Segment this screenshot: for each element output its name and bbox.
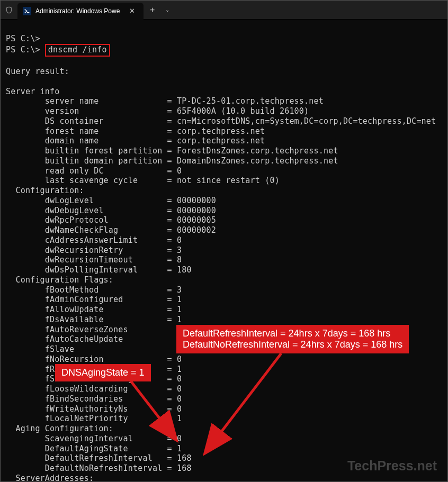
cf-fBootMethod: fBootMethod = 3 xyxy=(6,285,182,295)
cfg-dwLogLevel: dwLogLevel = 00000000 xyxy=(6,196,216,205)
ag-ScavengingInterval: ScavengingInterval = 0 xyxy=(6,434,182,443)
config-flags-header: Configuration Flags: xyxy=(6,275,113,285)
tab-title: Administrator: Windows Powe xyxy=(35,7,126,15)
cf-fLocalNetPriority: fLocalNetPriority = 1 xyxy=(6,414,182,423)
tab-dropdown-button[interactable]: ⌄ xyxy=(161,7,174,13)
si-version: version = 65F4000A (10.0 build 26100) xyxy=(6,106,309,116)
ag-DefaultAgingState: DefaultAgingState = 1 xyxy=(6,444,182,453)
close-tab-button[interactable]: ✕ xyxy=(126,6,138,16)
server-info-header: Server info xyxy=(6,87,60,96)
command-text: dnscmd /info xyxy=(48,45,107,54)
cf-fNoRecursion: fNoRecursion = 0 xyxy=(6,354,182,364)
cfg-dwRpcProtocol: dwRpcProtocol = 00000005 xyxy=(6,215,216,225)
cfg-dwDebugLevel: dwDebugLevel = 00000000 xyxy=(6,206,216,215)
si-domain-name: domain name = corp.techpress.net xyxy=(6,136,265,145)
prompt-line-2: PS C:\> xyxy=(6,45,45,54)
cf-fBindSecondaries: fBindSecondaries = 0 xyxy=(6,394,182,404)
new-tab-button[interactable]: + xyxy=(144,5,161,15)
si-read-only-dc: read only DC = 0 xyxy=(6,166,182,176)
cf-fAutoCacheUpdate: fAutoCacheUpdate xyxy=(6,334,123,344)
si-builtin-forest: builtin forest partition = ForestDnsZone… xyxy=(6,146,338,156)
cfg-cAddressAnswerLimit: cAddressAnswerLimit = 0 xyxy=(6,235,182,245)
titlebar: Administrator: Windows Powe ✕ + ⌄ xyxy=(1,1,447,20)
si-server-name: server name = TP-DC-25-01.corp.techpress… xyxy=(6,96,324,106)
cf-fAutoReverseZones: fAutoReverseZones xyxy=(6,325,128,334)
ag-DefaultRefreshInterval: DefaultRefreshInterval = 168 xyxy=(6,453,192,463)
si-ds-container: DS container = cn=MicrosoftDNS,cn=System… xyxy=(6,116,436,126)
cfg-dwDsPollingInterval: dwDsPollingInterval = 180 xyxy=(6,265,192,275)
annotation-refresh: DefaultRefreshInterval = 24hrs x 7days =… xyxy=(176,325,409,353)
active-tab[interactable]: Administrator: Windows Powe ✕ xyxy=(17,3,144,20)
shield-icon xyxy=(5,6,13,14)
cf-fSlave: fSlave xyxy=(6,344,74,354)
cf-fWriteAuthorityNs: fWriteAuthorityNs = 0 xyxy=(6,404,182,414)
terminal-output[interactable]: PS C:\> PS C:\> dnscmd /info Query resul… xyxy=(1,20,447,482)
cfg-dwNameCheckFlag: dwNameCheckFlag = 00000002 xyxy=(6,225,216,235)
query-result-header: Query result: xyxy=(6,67,69,76)
si-forest-name: forest name = corp.techpress.net xyxy=(6,126,265,136)
ag-DefaultNoRefreshInterval: DefaultNoRefreshInterval = 168 xyxy=(6,463,192,473)
command-highlight: dnscmd /info xyxy=(45,44,110,57)
cfg-dwRecursionRetry: dwRecursionRetry = 3 xyxy=(6,245,182,255)
aging-header: Aging Configuration: xyxy=(6,424,113,433)
si-builtin-domain: builtin domain partition = DomainDnsZone… xyxy=(6,156,338,166)
server-addresses-header: ServerAddresses: xyxy=(6,474,94,482)
cf-fDsAvailable: fDsAvailable = 1 xyxy=(6,315,182,324)
cf-fAllowUpdate: fAllowUpdate = 1 xyxy=(6,305,182,314)
prompt-line-1: PS C:\> xyxy=(6,34,40,43)
configuration-header: Configuration: xyxy=(6,186,84,195)
cfg-dwRecursionTimeout: dwRecursionTimeout = 8 xyxy=(6,255,182,265)
cf-fLooseWildcarding: fLooseWildcarding = 0 xyxy=(6,384,182,394)
watermark: TechPress.net xyxy=(347,458,437,474)
powershell-icon xyxy=(23,7,31,15)
si-last-scavenge: last scavenge cycle = not since restart … xyxy=(6,176,280,185)
cf-fAdminConfigured: fAdminConfigured = 1 xyxy=(6,295,182,304)
annotation-aging-state: DNSAgingState = 1 xyxy=(55,364,151,381)
